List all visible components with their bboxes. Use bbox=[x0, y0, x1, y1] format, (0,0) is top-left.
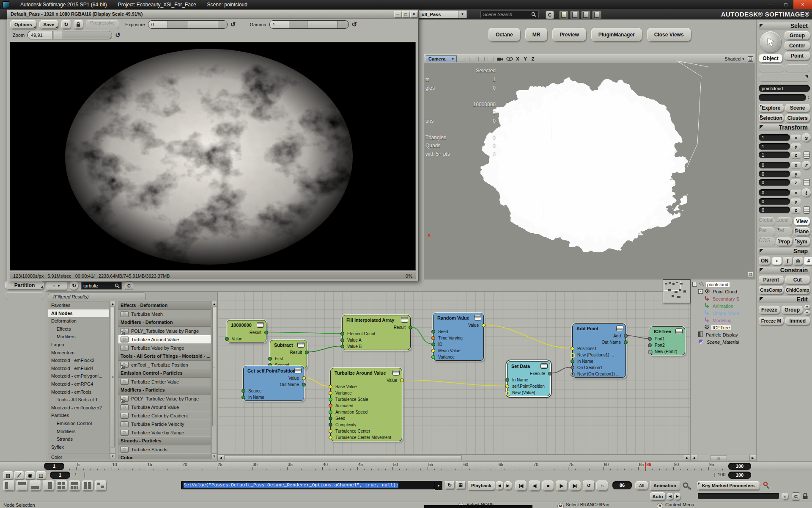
category-item[interactable]: Syflex bbox=[48, 443, 109, 451]
global-button[interactable]: Global bbox=[759, 217, 775, 226]
previous-frame-button[interactable]: ◀ bbox=[529, 480, 540, 491]
port-dot[interactable] bbox=[225, 337, 229, 341]
port-dot[interactable] bbox=[264, 331, 268, 334]
audio-mute-button[interactable]: ∩ bbox=[596, 480, 608, 491]
port-dot[interactable] bbox=[302, 383, 306, 387]
node-input-port[interactable]: Mean Value bbox=[433, 348, 483, 354]
go-to-start-button[interactable]: |◀ bbox=[515, 480, 527, 491]
node-menu-icon[interactable] bbox=[297, 342, 304, 348]
port-dot[interactable] bbox=[329, 436, 332, 439]
node-input-port[interactable]: ID bbox=[433, 341, 483, 348]
node-input-port[interactable]: Seed bbox=[331, 415, 402, 422]
node-input-port[interactable]: Source bbox=[244, 388, 304, 394]
collapse-icon[interactable]: - bbox=[692, 282, 697, 287]
timeline-ruler[interactable]: 5101520253035404550556065707580859095861… bbox=[0, 461, 812, 471]
node-input-port[interactable]: Seed bbox=[433, 329, 483, 335]
node-input-port[interactable]: Animation Speed bbox=[331, 409, 402, 415]
axis-chip[interactable]: x bbox=[791, 190, 801, 196]
scroll-right-icon[interactable]: ▶ bbox=[749, 455, 756, 461]
render-maximize-button[interactable]: □ bbox=[402, 11, 409, 17]
zoom-value[interactable]: 49,91 bbox=[28, 31, 52, 39]
keyset-up-icon[interactable]: ▲ bbox=[782, 493, 788, 500]
selection-secondary-field[interactable] bbox=[759, 94, 806, 101]
ref-button[interactable]: Ref bbox=[776, 227, 793, 236]
port-dot[interactable] bbox=[340, 345, 344, 348]
node-input-port[interactable]: Complexity bbox=[331, 422, 402, 428]
explorer-item-pointcloud[interactable]: -pointcloud bbox=[691, 281, 756, 288]
edit-section-header[interactable]: Edit bbox=[758, 296, 810, 303]
category-item[interactable]: Mootzoid - emFlock2 bbox=[48, 356, 109, 364]
freeze-button[interactable]: Freeze bbox=[759, 306, 780, 314]
collapse-icon[interactable]: - bbox=[698, 289, 703, 294]
r-transform-z-field[interactable]: 0 bbox=[759, 179, 790, 186]
node-output-port[interactable]: Out Name bbox=[244, 381, 304, 388]
node-input-port[interactable]: New (Value) ... bbox=[508, 389, 550, 396]
frame-number-field[interactable]: 86 bbox=[612, 481, 632, 489]
node-menu-icon[interactable] bbox=[392, 370, 400, 375]
axis-chip[interactable]: x bbox=[791, 162, 801, 168]
node-input-port[interactable]: Base Value bbox=[331, 384, 402, 390]
category-item[interactable]: Tools - All Sorts of T... bbox=[48, 396, 109, 404]
port-dot[interactable] bbox=[482, 323, 486, 327]
axis-chip[interactable]: z bbox=[791, 179, 801, 186]
viewport-resize-icon[interactable] bbox=[748, 272, 753, 277]
layout-button-1[interactable] bbox=[3, 480, 14, 491]
layout-button-8[interactable] bbox=[95, 480, 106, 491]
port-dot[interactable] bbox=[571, 372, 575, 377]
wire[interactable] bbox=[402, 380, 506, 386]
c-button[interactable]: C bbox=[792, 492, 800, 501]
render-window[interactable]: Default_Pass - 1920 x 1080 RGBA/16 (Disp… bbox=[7, 9, 419, 281]
port-dot[interactable] bbox=[505, 391, 510, 395]
port-dot[interactable] bbox=[431, 336, 435, 340]
ice-node-random[interactable]: Random ValueValueSeedTime VaryingIDMean … bbox=[433, 313, 484, 361]
object-button[interactable]: Object bbox=[759, 54, 782, 63]
node-input-port[interactable]: Port2 bbox=[650, 342, 685, 348]
view-button-pluginmanager[interactable]: PluginManager bbox=[591, 28, 642, 41]
t-transform-z-field[interactable]: 0 bbox=[759, 207, 790, 213]
progressive-button[interactable]: Progressive bbox=[86, 20, 119, 29]
exposure-value[interactable]: 0 bbox=[148, 21, 168, 28]
category-item[interactable]: Modifiers bbox=[48, 333, 109, 341]
axis-toggle-xyz[interactable]: X Y Z bbox=[516, 56, 536, 61]
lock-icon[interactable] bbox=[74, 20, 83, 29]
camera-dropdown[interactable]: Camera ▼ bbox=[426, 55, 457, 62]
port-dot[interactable] bbox=[624, 334, 628, 338]
exposure-slider[interactable]: 0 bbox=[148, 20, 228, 29]
port-dot[interactable] bbox=[431, 330, 435, 334]
search-scope-button[interactable]: C bbox=[125, 282, 133, 290]
node-list-menu-button[interactable]: ≡ ▼ bbox=[47, 282, 67, 290]
scroll-up-icon[interactable]: ▲ bbox=[212, 301, 217, 307]
node-input-port[interactable]: self.PointPosition bbox=[508, 383, 550, 389]
node-menu-icon[interactable] bbox=[675, 329, 683, 334]
axis-chip[interactable]: y bbox=[791, 144, 801, 150]
minimize-button[interactable]: ─ bbox=[763, 0, 778, 9]
node-input-port[interactable]: Turbulence Scale bbox=[331, 396, 402, 403]
port-dot[interactable] bbox=[302, 376, 306, 380]
point-button[interactable]: Point bbox=[785, 52, 810, 60]
port-dot[interactable] bbox=[400, 378, 404, 382]
snap-on-button[interactable]: ON bbox=[759, 257, 771, 265]
explorer-h-scrollbar[interactable]: ◀ ||| ▶ bbox=[691, 455, 756, 461]
node-input-port[interactable]: In Name bbox=[508, 377, 550, 383]
preset-item[interactable]: Turbulize Particle Velocity bbox=[118, 420, 211, 428]
colored-key-icon[interactable] bbox=[762, 481, 771, 490]
node-graph-minimap[interactable] bbox=[663, 279, 691, 303]
port-dot[interactable] bbox=[329, 417, 332, 420]
node-input-port[interactable]: Turbulence Center Movement bbox=[331, 434, 402, 441]
node-menu-icon[interactable] bbox=[540, 363, 548, 369]
r-mode-button[interactable]: r bbox=[802, 161, 811, 169]
preset-item[interactable]: Turbulize Strands bbox=[118, 445, 211, 454]
node-output-port[interactable]: Result bbox=[343, 324, 410, 331]
scrollbar-thumb[interactable]: ≡ bbox=[212, 307, 216, 426]
layout-button-2[interactable] bbox=[16, 480, 27, 491]
immed-button[interactable]: Immed bbox=[785, 317, 810, 325]
preset-item[interactable]: Turbulize Value by Range bbox=[118, 344, 211, 352]
node-menu-icon[interactable] bbox=[616, 326, 623, 331]
port-dot[interactable] bbox=[431, 342, 435, 346]
cog-button[interactable]: COG bbox=[759, 237, 775, 246]
refresh-icon[interactable]: ↻ bbox=[70, 282, 78, 290]
ice-node-turb[interactable]: Turbulize Around ValueValueBase ValueVar… bbox=[330, 368, 402, 441]
explorer-item-point-cloud[interactable]: -PPoint Cloud bbox=[691, 288, 756, 295]
category-item[interactable]: Mootzoid - emRPC4 bbox=[48, 380, 109, 388]
minus-button[interactable]: − bbox=[804, 310, 810, 315]
